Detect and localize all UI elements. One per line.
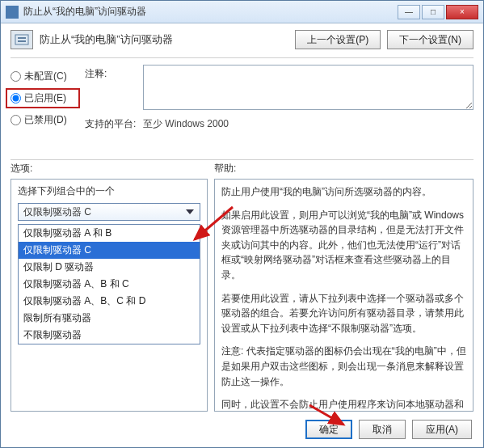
window-title: 防止从“我的电脑”访问驱动器 bbox=[23, 5, 398, 19]
list-item[interactable]: 限制所有驱动器 bbox=[19, 310, 200, 327]
cancel-button[interactable]: 取消 bbox=[359, 420, 406, 439]
radio-enabled-label: 已启用(E) bbox=[24, 91, 66, 105]
minimize-button[interactable]: — bbox=[398, 5, 420, 19]
header-row: 防止从“我的电脑”访问驱动器 上一个设置(P) 下一个设置(N) bbox=[1, 23, 483, 56]
state-radios: 未配置(C) 已启用(E) 已禁用(D) bbox=[11, 65, 75, 154]
list-item[interactable]: 仅限制驱动器 C bbox=[19, 242, 200, 259]
radio-enabled-input[interactable] bbox=[11, 93, 21, 104]
help-paragraph: 如果启用此设置，则用户可以浏览“我的电脑”或 Windows 资源管理器中所选驱… bbox=[221, 208, 466, 283]
divider bbox=[11, 159, 473, 160]
policy-icon bbox=[11, 30, 33, 49]
radio-not-configured-input[interactable] bbox=[11, 71, 21, 82]
list-item[interactable]: 仅限制驱动器 A、B、C 和 D bbox=[19, 293, 200, 310]
apply-button[interactable]: 应用(A) bbox=[412, 420, 472, 439]
comment-label: 注释: bbox=[85, 65, 137, 81]
help-paragraph: 注意: 代表指定驱动器的图标仍会出现在“我的电脑”中，但是如果用户双击这些图标，… bbox=[221, 344, 466, 389]
svg-rect-1 bbox=[18, 37, 26, 39]
options-label: 选项: bbox=[11, 162, 214, 175]
maximize-button[interactable]: □ bbox=[422, 5, 444, 19]
svg-rect-2 bbox=[18, 40, 26, 42]
restriction-listbox[interactable]: 仅限制驱动器 A 和 B 仅限制驱动器 C 仅限制 D 驱动器 仅限制驱动器 A… bbox=[18, 224, 200, 344]
titlebar[interactable]: 防止从“我的电脑”访问驱动器 — □ × bbox=[1, 1, 483, 23]
list-item[interactable]: 仅限制 D 驱动器 bbox=[19, 259, 200, 276]
list-item[interactable]: 不限制驱动器 bbox=[19, 327, 200, 344]
chevron-down-icon bbox=[183, 206, 196, 218]
dialog-window: 防止从“我的电脑”访问驱动器 — □ × 防止从“我的电脑”访问驱动器 上一个设… bbox=[0, 0, 484, 448]
close-button[interactable]: × bbox=[446, 5, 478, 19]
help-paragraph: 同时，此设置不会防止用户使用程序来访问本地驱动器和网络驱动器，也不会防止他们使用… bbox=[221, 397, 466, 412]
section-labels: 选项: 帮助: bbox=[1, 162, 483, 179]
header-title: 防止从“我的电脑”访问驱动器 bbox=[40, 32, 288, 47]
combobox-value: 仅限制驱动器 C bbox=[23, 205, 91, 219]
upper-area: 未配置(C) 已启用(E) 已禁用(D) 注释: 支持的平台: 至少 Windo… bbox=[1, 60, 483, 158]
ok-button[interactable]: 确定 bbox=[305, 420, 352, 439]
restriction-combobox[interactable]: 仅限制驱动器 C bbox=[18, 203, 200, 221]
options-caption: 选择下列组合中的一个 bbox=[11, 180, 207, 201]
list-item[interactable]: 仅限制驱动器 A、B 和 C bbox=[19, 276, 200, 293]
app-icon bbox=[6, 6, 19, 19]
list-item[interactable]: 仅限制驱动器 A 和 B bbox=[19, 225, 200, 242]
radio-not-configured-label: 未配置(C) bbox=[24, 70, 67, 83]
help-paragraph: 防止用户使用“我的电脑”访问所选驱动器的内容。 bbox=[221, 184, 466, 200]
lower-area: 选择下列组合中的一个 仅限制驱动器 C 仅限制驱动器 A 和 B 仅限制驱动器 … bbox=[1, 179, 483, 412]
footer: 确定 取消 应用(A) bbox=[1, 412, 483, 447]
divider bbox=[11, 57, 473, 58]
options-panel: 选择下列组合中的一个 仅限制驱动器 C 仅限制驱动器 A 和 B 仅限制驱动器 … bbox=[11, 179, 208, 412]
help-paragraph: 若要使用此设置，请从下拉列表中选择一个驱动器或多个驱动器的组合。若要允许访问所有… bbox=[221, 291, 466, 336]
radio-enabled[interactable]: 已启用(E) bbox=[6, 88, 80, 108]
platform-label: 支持的平台: bbox=[85, 115, 137, 131]
help-panel: 防止用户使用“我的电脑”访问所选驱动器的内容。 如果启用此设置，则用户可以浏览“… bbox=[214, 179, 473, 412]
comment-textarea[interactable] bbox=[143, 65, 473, 110]
radio-disabled-input[interactable] bbox=[11, 115, 21, 125]
previous-setting-button[interactable]: 上一个设置(P) bbox=[295, 30, 381, 49]
radio-disabled[interactable]: 已禁用(D) bbox=[11, 113, 75, 127]
svg-rect-0 bbox=[15, 35, 28, 44]
platform-value: 至少 Windows 2000 bbox=[143, 115, 473, 133]
radio-not-configured[interactable]: 未配置(C) bbox=[11, 70, 75, 83]
next-setting-button[interactable]: 下一个设置(N) bbox=[387, 30, 473, 49]
radio-disabled-label: 已禁用(D) bbox=[24, 113, 67, 127]
help-label: 帮助: bbox=[214, 162, 236, 175]
